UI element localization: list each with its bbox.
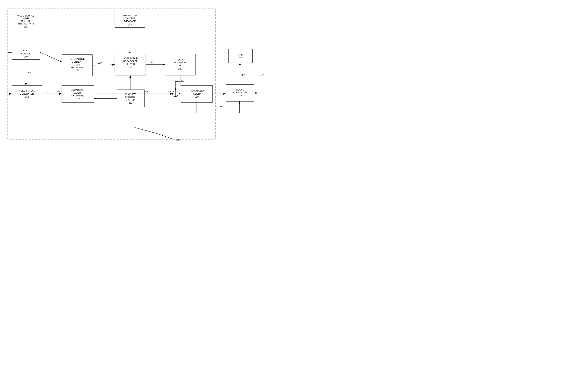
svg-text:SOURCE: SOURCE [21, 52, 31, 55]
svg-text:UNIT: UNIT [178, 64, 183, 67]
svg-line-42 [40, 52, 62, 62]
svg-text:CONTENT: CONTENT [72, 60, 83, 63]
svg-text:WITH: WITH [23, 17, 29, 20]
arrow-label-227c: 227 [220, 105, 224, 107]
svg-text:201: 201 [24, 26, 28, 28]
svg-text:BROADCAST: BROADCAST [123, 60, 137, 62]
box-bfh [62, 86, 94, 102]
arrow-label-226: 226 [168, 90, 172, 93]
arrow-label-221b: 221 [47, 90, 50, 93]
svg-line-43 [92, 65, 115, 65]
arrow-label-229: 229 [98, 62, 101, 64]
label-ibs: INTERACTIVE [123, 57, 138, 59]
box-cpe [228, 49, 252, 63]
label-diu: DATA [177, 58, 183, 61]
svg-text:204: 204 [75, 69, 79, 72]
svg-text:212: 212 [25, 96, 29, 98]
svg-text:INTERACTIVITY: INTERACTIVITY [17, 22, 34, 25]
svg-text:228: 228 [238, 94, 242, 97]
label-video-stream-generator: VIDEO STREAM [18, 90, 35, 92]
svg-text:INSERTION: INSERTION [174, 61, 186, 64]
arrow-label-223: 223 [181, 80, 184, 82]
svg-text:CODE: CODE [74, 63, 81, 66]
svg-text:DETECTOR: DETECTOR [71, 66, 83, 69]
box-pcs [117, 90, 144, 107]
arrow-label-222: 222 [151, 61, 155, 64]
svg-text:GENERATOR: GENERATOR [20, 92, 34, 95]
label-pcs: PLAYLIST [125, 93, 136, 95]
label-iccd: INTERACTIVE [70, 58, 85, 60]
svg-line-66 [135, 127, 157, 133]
svg-line-65 [157, 133, 173, 139]
svg-text:SUBSYSTEM: SUBSYSTEM [233, 91, 247, 94]
svg-text:HARDWARE: HARDWARE [71, 94, 84, 97]
svg-text:216: 216 [76, 97, 80, 100]
label-tf: TRANSMISSION [188, 90, 205, 92]
svg-text:206: 206 [128, 66, 132, 69]
svg-text:244: 244 [128, 24, 132, 26]
svg-text:CONTENT: CONTENT [124, 17, 135, 20]
diagram-container: VIDEO SOURCE WITH EMBEDDED INTERACTIVITY… [4, 4, 290, 179]
svg-text:SERVER: SERVER [126, 63, 135, 65]
arrow-label-225: 225 [145, 90, 149, 93]
arrow-label-221c: 221 [57, 90, 60, 93]
label-video-source: VIDEO [22, 49, 30, 52]
svg-text:208: 208 [178, 68, 182, 70]
svg-text:SYSTEM: SYSTEM [126, 99, 135, 101]
svg-text:CONTROL: CONTROL [125, 96, 136, 98]
label-bfh: BROADCAST [71, 89, 85, 91]
svg-text:220: 220 [195, 96, 199, 98]
label-video-source-embedded: VIDEO SOURCE [17, 15, 34, 17]
arrow-label-227a: 227 [241, 74, 245, 76]
label-icd: INTERACTIVE [123, 14, 137, 17]
svg-text:DATABASE: DATABASE [124, 20, 136, 22]
svg-text:200: 200 [24, 55, 28, 58]
svg-text:248: 248 [239, 56, 242, 59]
label-cpe: CPE [238, 53, 243, 56]
svg-text:FACILITY: FACILITY [192, 92, 202, 95]
svg-text:232: 232 [129, 101, 132, 104]
arrow-label-227b: 227 [260, 73, 264, 76]
label-ls: LOCAL [236, 89, 244, 91]
arrow-label-221a: 221 [27, 72, 31, 74]
arrow-label-224: 224 [176, 139, 180, 141]
svg-text:EMBEDDED: EMBEDDED [20, 20, 32, 22]
svg-text:FACILITY: FACILITY [73, 92, 83, 94]
